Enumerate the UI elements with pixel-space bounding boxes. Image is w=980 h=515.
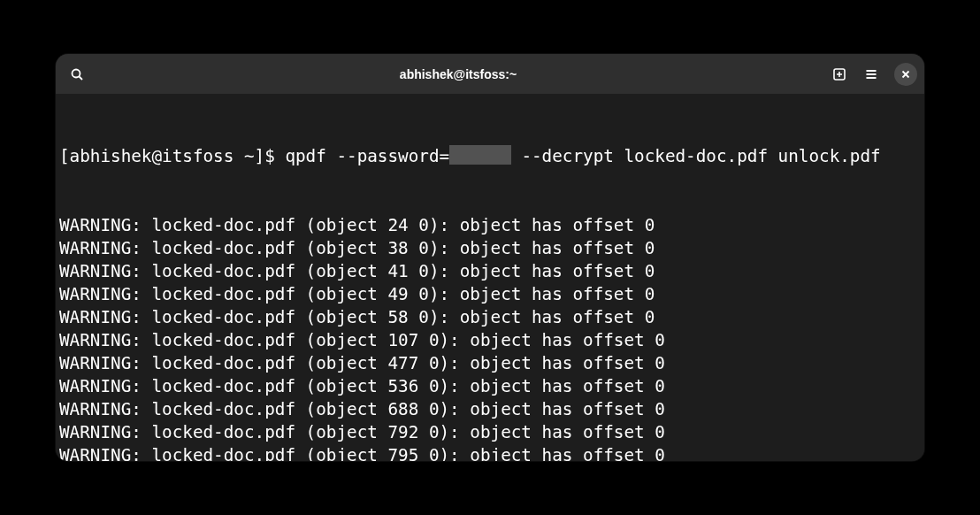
- new-tab-icon[interactable]: [825, 60, 854, 88]
- warning-line: WARNING: locked-doc.pdf (object 41 0): o…: [59, 260, 921, 283]
- warning-line: WARNING: locked-doc.pdf (object 24 0): o…: [59, 214, 921, 237]
- warning-line: WARNING: locked-doc.pdf (object 58 0): o…: [59, 306, 921, 329]
- terminal-window: abhishek@itsfoss:~: [56, 54, 924, 461]
- window-title: abhishek@itsfoss:~: [400, 67, 517, 81]
- titlebar: abhishek@itsfoss:~: [56, 54, 924, 94]
- warning-line: WARNING: locked-doc.pdf (object 49 0): o…: [59, 283, 921, 306]
- hamburger-menu-icon[interactable]: [857, 60, 885, 88]
- svg-line-1: [80, 76, 83, 80]
- command-prefix: qpdf --password=: [285, 146, 449, 166]
- warning-line: WARNING: locked-doc.pdf (object 536 0): …: [59, 375, 921, 398]
- close-icon[interactable]: [894, 63, 917, 86]
- warning-line: WARNING: locked-doc.pdf (object 688 0): …: [59, 398, 921, 421]
- redacted-password: XXXXXX: [449, 145, 511, 165]
- warning-line: WARNING: locked-doc.pdf (object 477 0): …: [59, 352, 921, 375]
- svg-point-0: [73, 69, 80, 77]
- prompt: [abhishek@itsfoss ~]$: [59, 146, 285, 166]
- warning-line: WARNING: locked-doc.pdf (object 38 0): o…: [59, 237, 921, 260]
- warning-lines: WARNING: locked-doc.pdf (object 24 0): o…: [59, 214, 921, 461]
- warning-line: WARNING: locked-doc.pdf (object 795 0): …: [59, 444, 921, 461]
- command-suffix: --decrypt locked-doc.pdf unlock.pdf: [511, 146, 881, 166]
- warning-line: WARNING: locked-doc.pdf (object 107 0): …: [59, 329, 921, 352]
- command-line: [abhishek@itsfoss ~]$ qpdf --password=XX…: [59, 145, 921, 168]
- terminal-body[interactable]: [abhishek@itsfoss ~]$ qpdf --password=XX…: [56, 94, 924, 461]
- warning-line: WARNING: locked-doc.pdf (object 792 0): …: [59, 421, 921, 444]
- search-icon[interactable]: [63, 60, 91, 88]
